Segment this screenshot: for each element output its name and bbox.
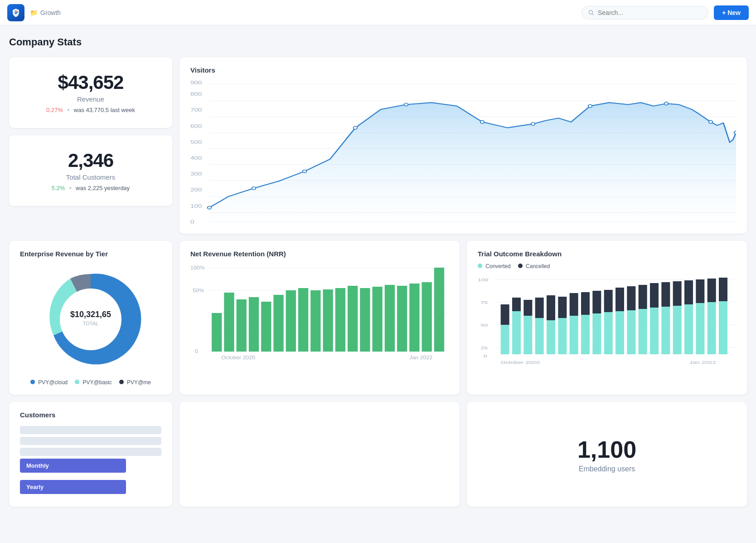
svg-text:400: 400 <box>190 155 202 161</box>
svg-point-23 <box>252 187 256 190</box>
svg-rect-100 <box>615 288 624 311</box>
search-input[interactable] <box>598 9 702 16</box>
enterprise-card: Enterprise Revenue by Tier $10,321,65 TO… <box>9 241 172 395</box>
revenue-prev: was 43,770.5 last week <box>74 107 135 113</box>
svg-rect-95 <box>592 313 601 354</box>
svg-rect-106 <box>650 283 659 308</box>
new-button[interactable]: + New <box>714 5 749 20</box>
svg-rect-64 <box>397 286 407 352</box>
donut-chart: $10,321,65 TOTAL <box>20 265 161 374</box>
svg-point-31 <box>709 121 712 123</box>
svg-rect-52 <box>249 297 259 352</box>
svg-text:TOTAL: TOTAL <box>83 321 98 326</box>
svg-text:Jan 2022: Jan 2022 <box>689 360 716 365</box>
svg-text:25: 25 <box>480 346 488 351</box>
legend-dot-basic <box>75 380 79 384</box>
svg-rect-56 <box>298 288 308 352</box>
svg-rect-50 <box>224 293 234 352</box>
svg-point-29 <box>588 104 592 107</box>
svg-rect-88 <box>547 295 555 320</box>
svg-rect-58 <box>323 289 333 352</box>
top-nav: 📁 Growth + New <box>0 0 756 25</box>
svg-rect-104 <box>639 285 647 309</box>
svg-rect-101 <box>627 310 635 354</box>
svg-rect-107 <box>661 307 670 354</box>
svg-text:100%: 100% <box>190 265 205 270</box>
svg-text:500: 500 <box>190 139 202 145</box>
svg-rect-111 <box>684 304 693 354</box>
customers-change: 5.2% <box>52 185 65 191</box>
embedding-label: Embedding users <box>579 465 635 473</box>
svg-rect-99 <box>615 311 624 354</box>
bottom-row: Customers Monthly Yearly <box>9 402 747 507</box>
revenue-label: Revenue <box>20 95 161 103</box>
svg-rect-79 <box>501 325 509 354</box>
svg-point-27 <box>480 121 484 123</box>
trial-legend: Converted Cancelled <box>478 263 736 269</box>
svg-text:900: 900 <box>190 79 202 85</box>
svg-rect-80 <box>501 304 509 325</box>
embedding-value: 1,100 <box>577 436 636 463</box>
svg-text:50: 50 <box>480 323 488 328</box>
svg-rect-53 <box>261 302 271 352</box>
svg-point-28 <box>531 122 535 125</box>
svg-text:75: 75 <box>480 300 488 305</box>
yearly-bar: Yearly <box>20 480 126 494</box>
enterprise-title: Enterprise Revenue by Tier <box>20 250 161 258</box>
customers-section-card: Customers Monthly Yearly <box>9 402 172 507</box>
svg-text:100: 100 <box>478 278 489 283</box>
empty-card-1 <box>179 402 460 507</box>
bottom-grid: Enterprise Revenue by Tier $10,321,65 TO… <box>9 241 747 395</box>
svg-rect-93 <box>581 315 590 354</box>
customers-label: Total Customers <box>20 173 161 181</box>
legend-basic: PVY@basic <box>75 379 112 386</box>
svg-point-26 <box>404 103 408 106</box>
svg-rect-109 <box>673 306 682 354</box>
search-bar[interactable] <box>582 6 708 20</box>
svg-rect-90 <box>558 297 567 318</box>
page-title: Company Stats <box>9 36 747 48</box>
main-grid: $43,652 Revenue 0.27% • was 43,770.5 las… <box>9 57 747 234</box>
legend-me: PVY@me <box>119 379 151 386</box>
svg-text:700: 700 <box>190 107 202 113</box>
nrr-card: Net Revenue Retention (NRR) 100% 50% 0 <box>179 241 460 395</box>
svg-rect-55 <box>286 290 296 352</box>
svg-rect-57 <box>310 290 320 352</box>
monthly-bar-row: Monthly <box>20 459 161 473</box>
svg-text:0: 0 <box>484 354 487 359</box>
svg-rect-97 <box>604 312 613 354</box>
svg-rect-59 <box>335 288 345 352</box>
svg-rect-61 <box>360 288 370 352</box>
visitors-chart-card: Visitors 0 100 200 300 400 500 600 700 8… <box>179 57 747 234</box>
svg-text:October 2020: October 2020 <box>501 360 540 365</box>
svg-rect-54 <box>273 295 283 352</box>
svg-rect-113 <box>696 303 704 354</box>
embedding-card: 1,100 Embedding users <box>467 402 747 507</box>
legend-dot-cloud <box>30 380 35 384</box>
svg-text:100: 100 <box>190 203 202 209</box>
svg-rect-84 <box>523 300 532 316</box>
legend-dot-converted <box>478 264 482 268</box>
svg-rect-82 <box>512 298 521 311</box>
svg-rect-81 <box>512 311 521 354</box>
svg-point-24 <box>303 170 306 172</box>
svg-text:$10,321,65: $10,321,65 <box>70 310 111 319</box>
svg-rect-118 <box>719 278 727 301</box>
trial-card: Trial Outcome Breakdown Converted Cancel… <box>467 241 747 395</box>
svg-rect-94 <box>581 292 590 315</box>
svg-text:50%: 50% <box>193 288 204 293</box>
svg-rect-85 <box>535 318 544 354</box>
svg-rect-98 <box>604 290 613 312</box>
search-icon <box>588 10 594 16</box>
revenue-sub: 0.27% • was 43,770.5 last week <box>20 107 161 113</box>
svg-rect-67 <box>434 268 444 352</box>
svg-text:600: 600 <box>190 123 202 129</box>
svg-rect-87 <box>547 320 555 354</box>
revenue-value: $43,652 <box>20 72 161 93</box>
logo <box>7 4 24 21</box>
svg-rect-103 <box>639 309 647 354</box>
customers-section-title: Customers <box>20 411 161 419</box>
svg-rect-83 <box>523 316 532 354</box>
customers-sub: 5.2% • was 2,225 yesterday <box>20 185 161 191</box>
visitors-chart: 0 100 200 300 400 500 600 700 800 900 <box>190 79 736 225</box>
